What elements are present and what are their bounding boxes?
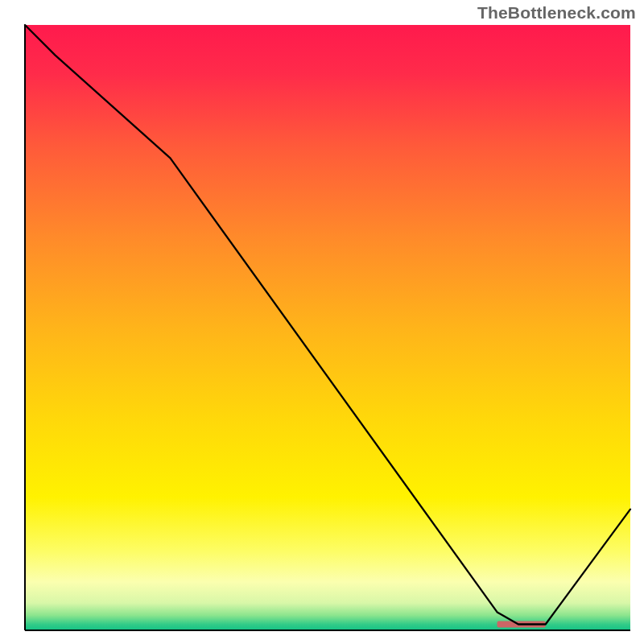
chart-container: TheBottleneck.com [0,0,644,644]
plot-area [25,25,630,630]
watermark-label: TheBottleneck.com [477,3,636,23]
chart-svg [0,0,644,644]
